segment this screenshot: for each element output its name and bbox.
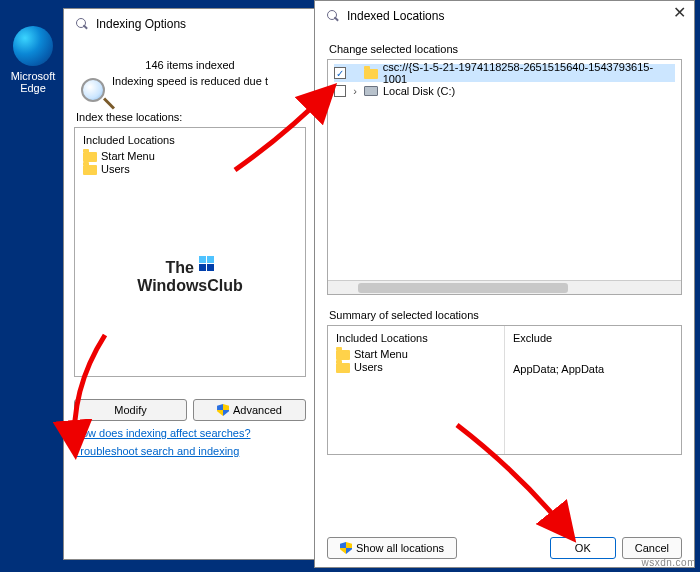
list-item — [513, 348, 673, 362]
window-title: Indexing Options — [96, 17, 186, 31]
link-troubleshoot[interactable]: Troubleshoot search and indexing — [74, 445, 306, 457]
list-item-label: Users — [354, 361, 383, 373]
window-indexed-locations: Indexed Locations ✕ Change selected loca… — [314, 0, 695, 568]
window-title: Indexed Locations — [347, 9, 444, 23]
windows-flag-icon — [198, 255, 214, 271]
show-all-locations-button[interactable]: Show all locations — [327, 537, 457, 559]
list-item-label: Start Menu — [354, 348, 408, 360]
folder-icon — [83, 152, 97, 162]
list-item-label: Users — [101, 163, 130, 175]
watermark: wsxdn.com — [641, 557, 696, 568]
tree-item-label: csc://{S-1-5-21-1974118258-2651515640-15… — [383, 61, 675, 85]
edge-icon — [13, 26, 53, 66]
summary-included-header: Included Locations — [336, 332, 496, 344]
list-item[interactable]: Users — [336, 361, 496, 373]
scrollbar-thumb[interactable] — [358, 283, 568, 293]
tree-item-label: Local Disk (C:) — [383, 85, 455, 97]
included-locations-list[interactable]: Included Locations Start Menu Users The … — [74, 127, 306, 377]
included-header: Included Locations — [83, 134, 297, 146]
list-item[interactable]: Start Menu — [83, 150, 297, 162]
desktop-icon-edge[interactable]: MicrosoftEdge — [8, 26, 58, 94]
summary-box: Included Locations Start Menu Users Excl… — [327, 325, 682, 455]
search-icon — [74, 16, 90, 32]
ok-button[interactable]: OK — [550, 537, 616, 559]
link-how-affects-searches[interactable]: How does indexing affect searches? — [74, 427, 306, 439]
locations-tree[interactable]: ✓ csc://{S-1-5-21-1974118258-2651515640-… — [327, 59, 682, 295]
summary-label: Summary of selected locations — [329, 309, 680, 321]
horizontal-scrollbar[interactable] — [328, 280, 681, 294]
brand-watermark: The WindowsClub — [83, 255, 297, 295]
desktop-icon-label: MicrosoftEdge — [8, 70, 58, 94]
list-item[interactable]: Users — [83, 163, 297, 175]
advanced-button[interactable]: Advanced — [193, 399, 306, 421]
cancel-button[interactable]: Cancel — [622, 537, 682, 559]
folder-icon — [364, 69, 378, 79]
shield-icon — [217, 404, 229, 416]
summary-exclude-header: Exclude — [513, 332, 673, 344]
folder-icon — [83, 165, 97, 175]
window-indexing-options: Indexing Options 146 items indexed Index… — [63, 8, 317, 560]
modify-button[interactable]: Modify — [74, 399, 187, 421]
list-item-label: AppData; AppData — [513, 363, 604, 375]
close-icon[interactable]: ✕ — [673, 3, 686, 22]
titlebar[interactable]: Indexing Options — [64, 9, 316, 39]
list-item: AppData; AppData — [513, 363, 673, 375]
checkbox[interactable] — [334, 85, 346, 97]
folder-icon — [336, 350, 350, 360]
change-locations-label: Change selected locations — [329, 43, 680, 55]
tree-item[interactable]: ✓ csc://{S-1-5-21-1974118258-2651515640-… — [334, 64, 675, 82]
shield-icon — [340, 542, 352, 554]
titlebar[interactable]: Indexed Locations ✕ — [315, 1, 694, 31]
expand-icon[interactable]: › — [351, 85, 359, 97]
checkbox[interactable]: ✓ — [334, 67, 346, 79]
disk-icon — [364, 86, 378, 96]
folder-icon — [336, 363, 350, 373]
search-icon — [325, 8, 341, 24]
list-item[interactable]: Start Menu — [336, 348, 496, 360]
search-large-icon — [78, 75, 118, 115]
index-status: 146 items indexed — [74, 59, 306, 71]
list-item-label: Start Menu — [101, 150, 155, 162]
